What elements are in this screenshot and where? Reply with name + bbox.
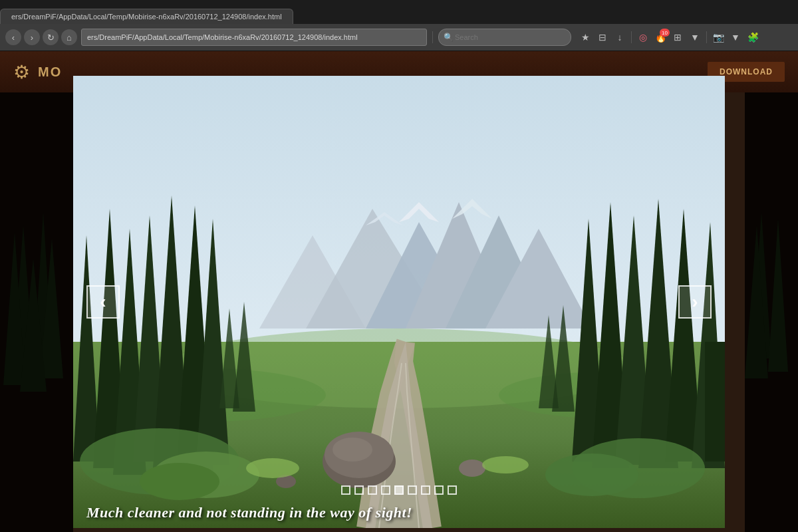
extension-button[interactable]: 🧩 (745, 30, 760, 45)
dark-forest-left (0, 92, 73, 532)
slide-indicator-4[interactable] (381, 485, 390, 495)
menu-button[interactable]: ▼ (728, 30, 743, 45)
slide-indicator-7[interactable] (421, 485, 430, 495)
search-input[interactable] (438, 29, 571, 46)
gear-icon: ⚙ (13, 61, 30, 83)
slide-indicator-3[interactable] (368, 485, 377, 495)
slideshow-container: ‹ › Much cleaner and not standing in the… (73, 76, 725, 528)
reload-button[interactable]: ↻ (43, 29, 59, 45)
slide-image (73, 76, 725, 528)
download-toolbar-button[interactable]: ↓ (612, 30, 627, 45)
app-name: MO (38, 65, 62, 80)
prev-slide-button[interactable]: ‹ (86, 285, 120, 319)
next-slide-button[interactable]: › (678, 285, 712, 319)
back-button[interactable]: ‹ (5, 29, 21, 45)
dark-forest-right-svg (745, 92, 798, 532)
svg-rect-6 (0, 92, 73, 532)
screenshot-button[interactable]: 📷 (711, 30, 726, 45)
slide-caption: Much cleaner and not standing in the way… (86, 504, 412, 521)
bookmark-star-button[interactable]: ★ (578, 30, 593, 45)
slide-indicator-5[interactable] (394, 485, 404, 495)
svg-point-54 (246, 458, 299, 478)
slide-indicators (341, 485, 457, 495)
address-bar: ‹ › ↻ ⌂ 🔍 ★ ⊟ ↓ ◎ 🔥 10 ⊞ ▼ 📷 ▼ 🧩 (0, 24, 798, 51)
svg-rect-39 (705, 342, 725, 462)
home-button[interactable]: ⌂ (61, 29, 77, 45)
dark-forest-right (745, 92, 798, 532)
slide-indicator-2[interactable] (354, 485, 364, 495)
svg-point-47 (459, 460, 485, 477)
dark-forest-left-svg (0, 92, 73, 532)
toolbar-separator (432, 31, 433, 43)
fire-button[interactable]: 🔥 10 (653, 30, 668, 45)
svg-point-52 (140, 463, 219, 500)
svg-point-53 (545, 454, 638, 496)
tab-label: ers/DreamPiF/AppData/Local/Temp/Mobirise… (11, 13, 282, 21)
tab-bar: ers/DreamPiF/AppData/Local/Temp/Mobirise… (0, 0, 798, 24)
nav-buttons: ‹ › ↻ ⌂ (5, 29, 77, 45)
slide-indicator-6[interactable] (408, 485, 417, 495)
slide-indicator-8[interactable] (434, 485, 444, 495)
svg-point-55 (482, 456, 529, 473)
vpn-button[interactable]: ◎ (636, 30, 650, 45)
bookmark-list-button[interactable]: ⊟ (595, 30, 610, 45)
forward-button[interactable]: › (24, 29, 40, 45)
toolbar-icons: ★ ⊟ ↓ ◎ 🔥 10 ⊞ ▼ 📷 ▼ 🧩 (578, 30, 760, 45)
browser-tab[interactable]: ers/DreamPiF/AppData/Local/Temp/Mobirise… (0, 9, 293, 24)
apps-button[interactable]: ⊞ (670, 30, 685, 45)
page-content: ⚙ MO DOWNLOAD (0, 51, 798, 532)
icon-separator (631, 31, 632, 43)
slide-indicator-1[interactable] (341, 485, 350, 495)
slide-indicator-9[interactable] (448, 485, 457, 495)
svg-point-46 (332, 438, 372, 462)
icon-separator-2 (706, 31, 707, 43)
url-input[interactable] (81, 29, 427, 46)
notification-badge: 10 (660, 29, 670, 37)
browser-chrome: ers/DreamPiF/AppData/Local/Temp/Mobirise… (0, 0, 798, 51)
svg-rect-11 (745, 92, 798, 532)
next-arrow-icon: › (692, 291, 698, 313)
expand-button[interactable]: ▼ (688, 30, 702, 45)
prev-arrow-icon: ‹ (100, 291, 106, 313)
